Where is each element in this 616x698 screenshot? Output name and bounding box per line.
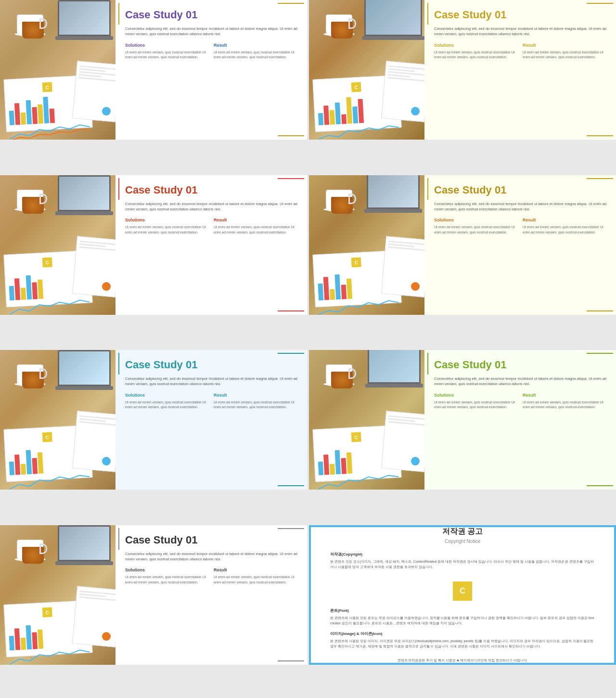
laptop-7-icon: [58, 525, 116, 573]
slide-6-col2-title: Result: [523, 393, 606, 398]
slide-7-col2-title: Result: [214, 568, 297, 572]
slide-5-title: Case Study 01: [125, 359, 297, 371]
deco-line-left-2-icon: [427, 3, 429, 25]
slide-7-col2-text: Ut enim ad minim veniam, quis nostrud ex…: [214, 575, 297, 585]
slide-5-col1: Solutions Ut enim ad minim veniam, quis …: [125, 393, 209, 410]
copyright-section-1: 저작권(Copyright) 본 콘텐츠 모든 요소(이미지, 그래픽, 색상 …: [330, 552, 595, 569]
slide-7: C: [0, 525, 307, 665]
accent-dot-4-icon: [411, 282, 420, 291]
slide-5-col2: Result Ut enim ad minim veniam, quis nos…: [214, 393, 297, 410]
deco-line-bottom-icon: [278, 135, 304, 137]
copyright-logo: C: [453, 582, 472, 601]
copyright-section-2-text: 본 콘텐츠에 사용된 모든 폰트는 무료 라이선스를 이용하였습니다. 창작물 …: [330, 615, 595, 626]
slide-3-col2-text: Ut enim ad minim veniam, quis nostrud ex…: [214, 225, 297, 235]
slide-7-body: Consectetur adipiscing elit, sed do eius…: [125, 551, 297, 562]
deco-line-left-icon: [118, 3, 120, 25]
coffee-cup-3-icon: [14, 185, 48, 211]
slide-7-col2: Result Ut enim ad minim veniam, quis nos…: [214, 568, 297, 585]
slide-5-content: Case Study 01 Consectetur adipiscing eli…: [116, 350, 307, 490]
deco-tr-3-icon: [278, 178, 304, 180]
slide-4-col2: Result Ut enim ad minim veniam, quis nos…: [523, 218, 606, 235]
accent-dot-2-icon: [411, 107, 420, 116]
slide-2-title: Case Study 01: [434, 9, 606, 21]
slide-5-body: Consectetur adipiscing elit, sed do eius…: [125, 376, 297, 387]
slide-7-col1-title: Solutions: [125, 568, 209, 572]
laptop-icon: [58, 0, 116, 48]
accent-dot-5-icon: [102, 457, 111, 465]
slide-1-col2-text: Ut enim ad minim veniam, quis nostrud ex…: [214, 50, 297, 60]
coffee-cup-6-icon: [323, 360, 357, 386]
deco-line-top-2-icon: [587, 3, 613, 4]
deco-br-6-icon: [587, 485, 613, 487]
copyright-section-3-text: 본 콘텐츠에 사용된 모든 이미지, 아이콘은 무료 라이선스(stockvau…: [330, 638, 595, 649]
deco-left-4-icon: [427, 178, 429, 200]
copyright-section-3-title: 이미지(Image) & 아이콘(Icon): [330, 631, 595, 636]
deco-left-3-icon: [118, 178, 120, 200]
slide-2: C: [309, 0, 616, 140]
slide-5-image: C: [0, 350, 116, 490]
copyright-section-1-title: 저작권(Copyright): [330, 552, 595, 557]
deco-tr-6-icon: [587, 353, 613, 354]
slide-6-content: Case Study 01 Consectetur adipiscing eli…: [424, 350, 616, 490]
coffee-cup-2-icon: [323, 10, 357, 36]
slide-3-body: Consectetur adipiscing elit, sed do eius…: [125, 201, 297, 212]
slide-6: C: [309, 350, 616, 490]
slide-6-col1: Solutions Ut enim ad minim veniam, quis …: [434, 393, 518, 410]
laptop-3-icon: [58, 175, 116, 223]
slide-4-col1: Solutions Ut enim ad minim veniam, quis …: [434, 218, 518, 235]
slide-3-col2-title: Result: [214, 218, 297, 222]
slide-3-image: C: [0, 175, 116, 315]
slide-3-cols: Solutions Ut enim ad minim veniam, quis …: [125, 218, 297, 235]
slide-4-col2-text: Ut enim ad minim veniam, quis nostrud ex…: [523, 225, 606, 235]
slide-1-col1-title: Solutions: [125, 43, 209, 48]
slide-7-image: C: [0, 525, 116, 665]
slide-4: C: [309, 175, 616, 315]
deco-line-bottom-2-icon: [587, 135, 613, 137]
slide-6-col2-text: Ut enim ad minim veniam, quis nostrud ex…: [523, 400, 606, 410]
slide-2-body: Consectetur adipiscing elit, sed do eius…: [434, 26, 606, 37]
slide-6-col2: Result Ut enim ad minim veniam, quis nos…: [523, 393, 606, 410]
slide-5-col1-text: Ut enim ad minim veniam, quis nostrud ex…: [125, 400, 209, 410]
accent-dot-icon: [102, 107, 111, 116]
slide-6-title: Case Study 01: [434, 359, 606, 371]
laptop-4-icon: [367, 175, 424, 221]
slide-1-col2: Result Ut enim ad minim veniam, quis nos…: [214, 43, 297, 60]
accent-dot-6-icon: [411, 457, 420, 465]
coffee-cup-5-icon: [14, 360, 48, 386]
deco-br-5-icon: [278, 485, 304, 487]
slide-3-col1-text: Ut enim ad minim veniam, quis nostrud ex…: [125, 225, 209, 235]
slide-2-col2: Result Ut enim ad minim veniam, quis nos…: [523, 43, 606, 60]
slide-5-col2-title: Result: [214, 393, 297, 398]
laptop-6-icon: [368, 350, 424, 396]
laptop-2-icon: [364, 0, 424, 46]
deco-br-7-icon: [278, 660, 304, 662]
slide-3: C: [0, 175, 307, 315]
slide-6-body: Consectetur adipiscing elit, sed do eius…: [434, 376, 606, 387]
slide-4-col1-title: Solutions: [434, 218, 518, 222]
accent-dot-3-icon: [102, 282, 111, 291]
slide-6-image: C: [309, 350, 424, 490]
copyright-section-2-title: 폰트(Font): [330, 608, 595, 613]
slide-1-col1-text: Ut enim ad minim veniam, quis nostrud ex…: [125, 50, 209, 60]
deco-br-3-icon: [278, 310, 304, 312]
slide-7-col1-text: Ut enim ad minim veniam, quis nostrud ex…: [125, 575, 209, 585]
slide-1: C: [0, 0, 307, 140]
deco-tr-5-icon: [278, 353, 304, 354]
slide-2-col1: Solutions Ut enim ad minim veniam, quis …: [434, 43, 518, 60]
deco-left-7-icon: [118, 528, 120, 550]
slide-1-cols: Solutions Ut enim ad minim veniam, quis …: [125, 43, 297, 60]
slide-6-col1-title: Solutions: [434, 393, 518, 398]
deco-tr-4-icon: [587, 178, 613, 180]
copyright-title: 저작권 공고: [442, 527, 483, 537]
slide-5-col1-title: Solutions: [125, 393, 209, 398]
slide-2-cols: Solutions Ut enim ad minim veniam, quis …: [434, 43, 606, 60]
slide-3-title: Case Study 01: [125, 184, 297, 196]
accent-dot-7-icon: [102, 632, 111, 641]
slide-4-col2-title: Result: [523, 218, 606, 222]
slide-1-content: Case Study 01 Consectetur adipiscing eli…: [116, 0, 307, 140]
slide-4-image: C: [309, 175, 424, 315]
slide-2-col1-text: Ut enim ad minim veniam, quis nostrud ex…: [434, 50, 518, 60]
slide-4-col1-text: Ut enim ad minim veniam, quis nostrud ex…: [434, 225, 518, 235]
slide-3-col2: Result Ut enim ad minim veniam, quis nos…: [214, 218, 297, 235]
slide-2-image: C: [309, 0, 424, 140]
